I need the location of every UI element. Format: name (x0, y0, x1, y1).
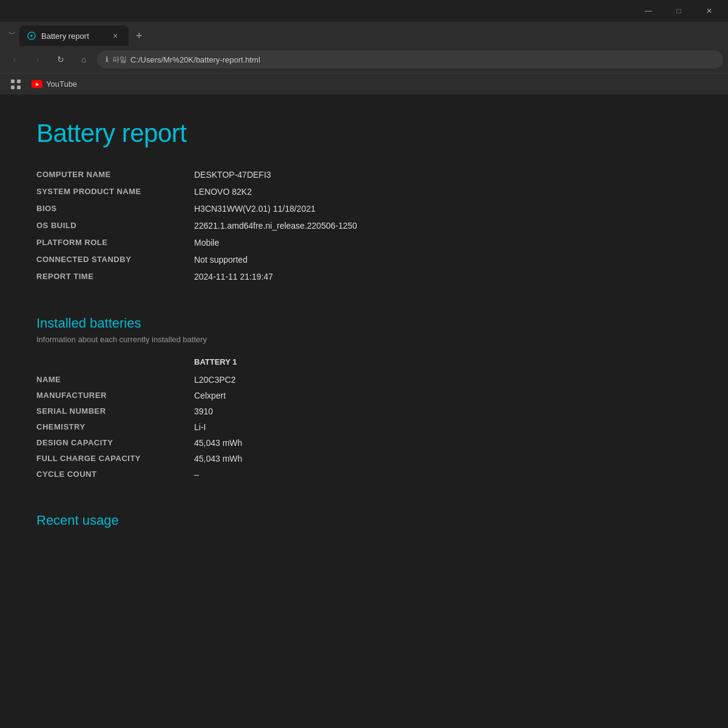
battery-cycle-count-label: CYCLE COUNT (36, 470, 194, 479)
system-product-value: LENOVO 82K2 (194, 187, 252, 197)
new-tab-button[interactable]: + (129, 25, 150, 46)
platform-role-label: PLATFORM ROLE (36, 238, 194, 247)
platform-role-value: Mobile (194, 238, 219, 248)
tab-favicon (27, 31, 36, 41)
battery-full-charge-row: FULL CHARGE CAPACITY 45,043 mWh (36, 451, 692, 467)
battery-full-charge-label: FULL CHARGE CAPACITY (36, 454, 194, 463)
computer-name-row: COMPUTER NAME DESKTOP-47DEFI3 (36, 166, 692, 183)
computer-name-value: DESKTOP-47DEFI3 (194, 170, 271, 180)
installed-batteries-section: Installed batteries Information about ea… (36, 315, 692, 482)
system-product-row: SYSTEM PRODUCT NAME LENOVO 82K2 (36, 183, 692, 200)
recent-usage-section: Recent usage (36, 513, 692, 528)
report-time-row: REPORT TIME 2024-11-11 21:19:47 (36, 268, 692, 285)
youtube-icon (32, 80, 42, 88)
bios-row: BIOS H3CN31WW(V2.01) 11/18/2021 (36, 200, 692, 217)
address-protocol-label: 파일 (112, 55, 127, 65)
close-button[interactable]: ✕ (695, 0, 723, 22)
apps-button[interactable] (7, 76, 24, 93)
svg-rect-4 (11, 86, 15, 89)
minimize-button[interactable]: — (635, 0, 662, 22)
system-info-section: COMPUTER NAME DESKTOP-47DEFI3 SYSTEM PRO… (36, 166, 692, 285)
address-url: C:/Users/Mr%20K/battery-report.html (130, 55, 260, 64)
battery-full-charge-value: 45,043 mWh (194, 454, 242, 463)
report-time-label: REPORT TIME (36, 272, 194, 281)
battery-chemistry-label: CHEMISTRY (36, 422, 194, 431)
connected-standby-label: CONNECTED STANDBY (36, 255, 194, 264)
address-bar: ‹ › ↻ ⌂ ℹ 파일 C:/Users/Mr%20K/battery-rep… (0, 46, 728, 73)
title-bar: — □ ✕ (0, 0, 728, 22)
battery-chemistry-row: CHEMISTRY Li-I (36, 419, 692, 435)
battery-cycle-count-value: – (194, 470, 199, 479)
battery-manufacturer-label: MANUFACTURER (36, 391, 194, 400)
battery-name-label: NAME (36, 375, 194, 384)
bookmark-youtube[interactable]: YouTube (27, 77, 82, 91)
battery-manufacturer-value: Celxpert (194, 391, 226, 400)
battery-name-row: NAME L20C3PC2 (36, 372, 692, 388)
os-build-value: 22621.1.amd64fre.ni_release.220506-1250 (194, 221, 357, 231)
os-build-label: OS BUILD (36, 221, 194, 230)
battery-cycle-count-row: CYCLE COUNT – (36, 467, 692, 482)
address-protocol-icon: ℹ (106, 55, 109, 64)
bios-label: BIOS (36, 204, 194, 213)
recent-usage-title: Recent usage (36, 513, 692, 528)
svg-rect-2 (11, 79, 15, 83)
battery-design-capacity-value: 45,043 mWh (194, 438, 242, 448)
active-tab[interactable]: Battery report × (19, 25, 129, 46)
tab-title: Battery report (41, 32, 89, 41)
connected-standby-value: Not supported (194, 255, 248, 265)
computer-name-label: COMPUTER NAME (36, 170, 194, 179)
tab-close-button[interactable]: × (109, 30, 121, 42)
system-product-label: SYSTEM PRODUCT NAME (36, 187, 194, 196)
bookmarks-bar: YouTube (0, 73, 728, 95)
report-time-value: 2024-11-11 21:19:47 (194, 272, 273, 281)
bios-value: H3CN31WW(V2.01) 11/18/2021 (194, 204, 315, 214)
battery-column-header: BATTERY 1 (194, 352, 237, 374)
battery-chemistry-value: Li-I (194, 422, 206, 432)
battery-serial-label: SERIAL NUMBER (36, 406, 194, 416)
maximize-button[interactable]: □ (665, 0, 693, 22)
batteries-section-title: Installed batteries (36, 315, 692, 331)
battery-column-header-row: BATTERY 1 (36, 356, 692, 367)
page-title: Battery report (36, 119, 692, 148)
battery-design-capacity-label: DESIGN CAPACITY (36, 438, 194, 447)
page-content: Battery report COMPUTER NAME DESKTOP-47D… (0, 95, 728, 728)
browser-frame: — □ ✕ ﹀ Battery report × + ‹ › ↻ ⌂ ℹ 파일 (0, 0, 728, 95)
address-input[interactable]: ℹ 파일 C:/Users/Mr%20K/battery-report.html (97, 50, 723, 69)
battery-name-value: L20C3PC2 (194, 375, 236, 385)
battery-serial-value: 3910 (194, 406, 213, 416)
tab-bar: ﹀ Battery report × + (0, 22, 728, 46)
connected-standby-row: CONNECTED STANDBY Not supported (36, 251, 692, 268)
os-build-row: OS BUILD 22621.1.amd64fre.ni_release.220… (36, 217, 692, 234)
svg-point-1 (30, 35, 33, 37)
battery-manufacturer-row: MANUFACTURER Celxpert (36, 388, 692, 403)
platform-role-row: PLATFORM ROLE Mobile (36, 234, 692, 251)
battery-design-capacity-row: DESIGN CAPACITY 45,043 mWh (36, 435, 692, 451)
tab-scroll-left[interactable]: ﹀ (5, 22, 19, 46)
svg-rect-5 (17, 86, 21, 89)
svg-rect-3 (17, 79, 21, 83)
batteries-section-subtitle: Information about each currently install… (36, 335, 692, 344)
home-button[interactable]: ⌂ (74, 50, 93, 69)
battery-serial-row: SERIAL NUMBER 3910 (36, 403, 692, 419)
window-controls: — □ ✕ (635, 0, 723, 22)
forward-button[interactable]: › (28, 50, 47, 69)
bookmark-youtube-label: YouTube (46, 79, 77, 89)
back-button[interactable]: ‹ (5, 50, 24, 69)
refresh-button[interactable]: ↻ (51, 50, 70, 69)
